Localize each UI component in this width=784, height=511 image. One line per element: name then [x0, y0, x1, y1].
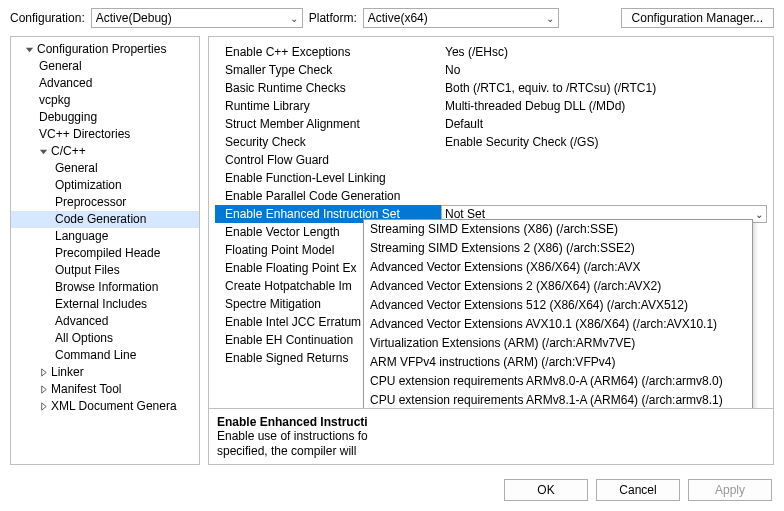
tree-item-advanced[interactable]: Advanced: [11, 75, 199, 92]
property-value: Both (/RTC1, equiv. to /RTCsu) (/RTC1): [441, 81, 765, 95]
property-grid: Enable C++ ExceptionsYes (/EHsc)Smaller …: [209, 37, 773, 408]
property-name: Smaller Type Check: [215, 63, 441, 77]
property-pane: Enable C++ ExceptionsYes (/EHsc)Smaller …: [208, 36, 774, 465]
triangle-right-icon: [37, 402, 49, 411]
property-tree: Configuration Properties General Advance…: [11, 37, 199, 419]
property-row[interactable]: Runtime LibraryMulti-threaded Debug DLL …: [215, 97, 765, 115]
description-title: Enable Enhanced Instructi: [217, 415, 765, 429]
triangle-down-icon: [23, 45, 35, 54]
ok-button[interactable]: OK: [504, 479, 588, 501]
property-row[interactable]: Enable Function-Level Linking: [215, 169, 765, 187]
platform-value: Active(x64): [368, 11, 428, 25]
property-value: Default: [441, 117, 765, 131]
property-row[interactable]: Basic Runtime ChecksBoth (/RTC1, equiv. …: [215, 79, 765, 97]
property-row[interactable]: Struct Member AlignmentDefault: [215, 115, 765, 133]
property-row[interactable]: Smaller Type CheckNo: [215, 61, 765, 79]
chevron-down-icon: ⌄: [546, 13, 554, 24]
tree-item-cc-advanced[interactable]: Advanced: [11, 313, 199, 330]
description-panel: Enable Enhanced Instructi Enable use of …: [209, 408, 773, 464]
apply-button[interactable]: Apply: [688, 479, 772, 501]
dropdown-option[interactable]: Advanced Vector Extensions 2 (X86/X64) (…: [364, 277, 752, 296]
property-name: Control Flow Guard: [215, 153, 441, 167]
instruction-set-dropdown[interactable]: Streaming SIMD Extensions (X86) (/arch:S…: [363, 219, 753, 408]
tree-item-cc-extincl[interactable]: External Includes: [11, 296, 199, 313]
platform-select[interactable]: Active(x64) ⌄: [363, 8, 559, 28]
tree-item-cc-general[interactable]: General: [11, 160, 199, 177]
property-value: Enable Security Check (/GS): [441, 135, 765, 149]
tree-item-vcpkg[interactable]: vcpkg: [11, 92, 199, 109]
property-row[interactable]: Enable Parallel Code Generation: [215, 187, 765, 205]
property-value: Yes (/EHsc): [441, 45, 765, 59]
top-bar: Configuration: Active(Debug) ⌄ Platform:…: [0, 0, 784, 36]
tree-item-manifest[interactable]: Manifest Tool: [11, 381, 199, 398]
dropdown-option[interactable]: CPU extension requirements ARMv8.1-A (AR…: [364, 391, 752, 408]
property-value: No: [441, 63, 765, 77]
chevron-down-icon: ⌄: [290, 13, 298, 24]
tree-item-cc-cmdline[interactable]: Command Line: [11, 347, 199, 364]
property-name: Security Check: [215, 135, 441, 149]
triangle-down-icon: [37, 147, 49, 156]
tree-root-config-props[interactable]: Configuration Properties: [11, 41, 199, 58]
property-name: Enable Parallel Code Generation: [215, 189, 441, 203]
property-name: Struct Member Alignment: [215, 117, 441, 131]
tree-item-cc-preprocessor[interactable]: Preprocessor: [11, 194, 199, 211]
tree-item-cc-pch[interactable]: Precompiled Heade: [11, 245, 199, 262]
dropdown-option[interactable]: Streaming SIMD Extensions 2 (X86) (/arch…: [364, 239, 752, 258]
tree-item-cc-output[interactable]: Output Files: [11, 262, 199, 279]
tree-item-general[interactable]: General: [11, 58, 199, 75]
configuration-select[interactable]: Active(Debug) ⌄: [91, 8, 303, 28]
tree-item-xmldoc[interactable]: XML Document Genera: [11, 398, 199, 415]
tree-item-ccpp[interactable]: C/C++: [11, 143, 199, 160]
tree-item-cc-optimization[interactable]: Optimization: [11, 177, 199, 194]
dropdown-option[interactable]: Advanced Vector Extensions (X86/X64) (/a…: [364, 258, 752, 277]
tree-item-cc-codegen[interactable]: Code Generation: [11, 211, 199, 228]
property-row[interactable]: Security CheckEnable Security Check (/GS…: [215, 133, 765, 151]
tree-pane: Configuration Properties General Advance…: [10, 36, 200, 465]
configuration-manager-button[interactable]: Configuration Manager...: [621, 8, 774, 28]
property-name: Enable Function-Level Linking: [215, 171, 441, 185]
configuration-value: Active(Debug): [96, 11, 172, 25]
dialog-buttons: OK Cancel Apply: [0, 473, 784, 511]
dropdown-option[interactable]: ARM VFPv4 instructions (ARM) (/arch:VFPv…: [364, 353, 752, 372]
triangle-right-icon: [37, 368, 49, 377]
tree-item-cc-browse[interactable]: Browse Information: [11, 279, 199, 296]
description-text: Enable use of instructions fo: [217, 429, 765, 444]
dropdown-option[interactable]: Advanced Vector Extensions 512 (X86/X64)…: [364, 296, 752, 315]
dropdown-option[interactable]: Advanced Vector Extensions AVX10.1 (X86/…: [364, 315, 752, 334]
property-name: Runtime Library: [215, 99, 441, 113]
dropdown-option[interactable]: CPU extension requirements ARMv8.0-A (AR…: [364, 372, 752, 391]
tree-item-linker[interactable]: Linker: [11, 364, 199, 381]
platform-label: Platform:: [309, 11, 357, 25]
property-name: Enable C++ Exceptions: [215, 45, 441, 59]
description-text-2: specified, the compiler will: [217, 444, 765, 459]
tree-item-cc-allopt[interactable]: All Options: [11, 330, 199, 347]
triangle-right-icon: [37, 385, 49, 394]
tree-item-debugging[interactable]: Debugging: [11, 109, 199, 126]
property-row[interactable]: Control Flow Guard: [215, 151, 765, 169]
dropdown-option[interactable]: Virtualization Extensions (ARM) (/arch:A…: [364, 334, 752, 353]
dropdown-option[interactable]: Streaming SIMD Extensions (X86) (/arch:S…: [364, 220, 752, 239]
tree-item-vcdirs[interactable]: VC++ Directories: [11, 126, 199, 143]
property-name: Basic Runtime Checks: [215, 81, 441, 95]
tree-item-cc-language[interactable]: Language: [11, 228, 199, 245]
property-row[interactable]: Enable C++ ExceptionsYes (/EHsc): [215, 43, 765, 61]
chevron-down-icon: ⌄: [755, 209, 763, 220]
content-split: Configuration Properties General Advance…: [0, 36, 784, 473]
cancel-button[interactable]: Cancel: [596, 479, 680, 501]
property-value: Multi-threaded Debug DLL (/MDd): [441, 99, 765, 113]
config-label: Configuration:: [10, 11, 85, 25]
